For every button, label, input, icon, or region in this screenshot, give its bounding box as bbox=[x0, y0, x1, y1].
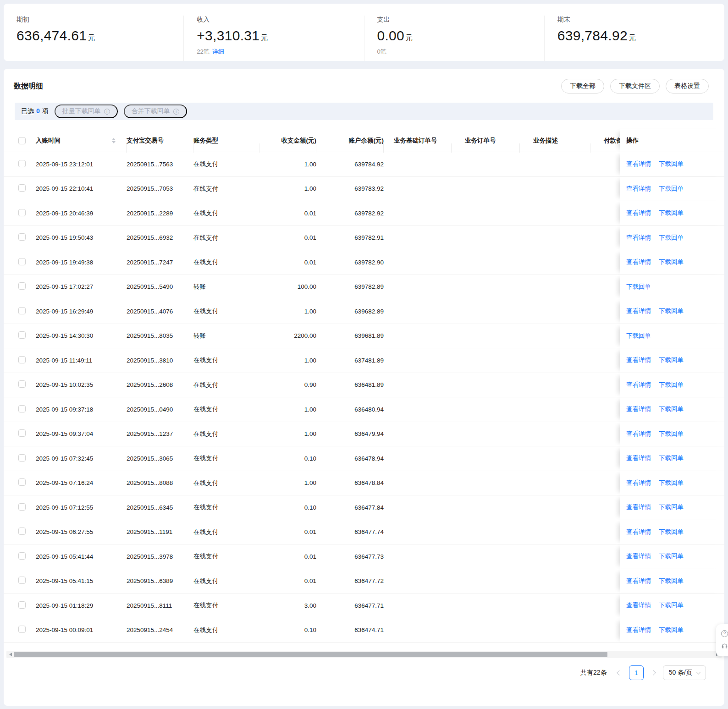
cell-account-type: 在线支付 bbox=[193, 454, 259, 462]
view-detail-link[interactable]: 查看详情 bbox=[626, 209, 651, 217]
row-checkbox[interactable] bbox=[18, 331, 26, 339]
summary-label: 期末 bbox=[557, 16, 724, 24]
batch-download-button[interactable]: 批量下载回单 i bbox=[55, 104, 118, 118]
cell-balance: 636477.71 bbox=[316, 602, 384, 609]
row-checkbox[interactable] bbox=[18, 528, 26, 535]
row-checkbox[interactable] bbox=[18, 282, 26, 290]
cell-balance: 639783.92 bbox=[316, 185, 384, 192]
download-receipt-link[interactable]: 下载回单 bbox=[659, 601, 684, 610]
row-checkbox[interactable] bbox=[18, 209, 26, 216]
view-detail-link[interactable]: 查看详情 bbox=[626, 307, 651, 315]
cell-transaction-id: 20250915...7247 bbox=[127, 259, 193, 266]
row-checkbox[interactable] bbox=[18, 478, 26, 486]
view-detail-link[interactable]: 查看详情 bbox=[626, 381, 651, 389]
view-detail-link[interactable]: 查看详情 bbox=[626, 258, 651, 266]
income-detail-link[interactable]: 详细 bbox=[212, 48, 224, 55]
cell-transaction-id: 20250915...7563 bbox=[127, 161, 193, 168]
download-receipt-link[interactable]: 下载回单 bbox=[659, 209, 684, 217]
help-icon[interactable]: ? bbox=[721, 630, 728, 637]
download-receipt-link[interactable]: 下载回单 bbox=[659, 160, 684, 168]
transactions-table: 入账时间 支付宝交易号 账务类型 收支金额(元) 账户余额(元) 业务基础订单号… bbox=[4, 129, 724, 643]
download-receipt-link[interactable]: 下载回单 bbox=[659, 258, 684, 266]
row-checkbox[interactable] bbox=[18, 233, 26, 241]
download-receipt-link[interactable]: 下载回单 bbox=[659, 454, 684, 462]
view-detail-link[interactable]: 查看详情 bbox=[626, 234, 651, 242]
cell-account-type: 在线支付 bbox=[193, 601, 259, 610]
download-receipt-link[interactable]: 下载回单 bbox=[659, 381, 684, 389]
download-receipt-link[interactable]: 下载回单 bbox=[659, 307, 684, 315]
cell-actions: 查看详情下载回单 bbox=[620, 348, 724, 373]
cell-entry-time: 2025-09-15 11:49:11 bbox=[36, 357, 127, 364]
download-receipt-link[interactable]: 下载回单 bbox=[626, 283, 651, 291]
cell-transaction-id: 20250915...2454 bbox=[127, 627, 193, 633]
download-receipt-link[interactable]: 下载回单 bbox=[659, 528, 684, 536]
view-detail-link[interactable]: 查看详情 bbox=[626, 356, 651, 364]
cell-balance: 636478.84 bbox=[316, 479, 384, 486]
next-page-icon[interactable] bbox=[651, 670, 656, 675]
summary-opening-balance: 期初 636,474.61元 bbox=[4, 16, 183, 61]
download-receipt-link[interactable]: 下载回单 bbox=[659, 185, 684, 193]
cell-amount: 1.00 bbox=[259, 161, 316, 168]
row-checkbox[interactable] bbox=[18, 577, 26, 584]
cell-entry-time: 2025-09-15 20:46:39 bbox=[36, 210, 127, 217]
download-receipt-link[interactable]: 下载回单 bbox=[626, 332, 651, 340]
download-receipt-link[interactable]: 下载回单 bbox=[659, 356, 684, 364]
horizontal-scrollbar[interactable] bbox=[6, 651, 722, 658]
download-receipt-link[interactable]: 下载回单 bbox=[659, 234, 684, 242]
scrollbar-thumb[interactable] bbox=[14, 652, 607, 657]
download-receipt-link[interactable]: 下载回单 bbox=[659, 405, 684, 413]
prev-page-icon[interactable] bbox=[617, 670, 622, 675]
row-checkbox[interactable] bbox=[18, 405, 26, 412]
row-checkbox[interactable] bbox=[18, 380, 26, 388]
download-receipt-link[interactable]: 下载回单 bbox=[659, 479, 684, 487]
download-all-button[interactable]: 下载全部 bbox=[561, 79, 604, 93]
page-number-button[interactable]: 1 bbox=[629, 665, 644, 680]
view-detail-link[interactable]: 查看详情 bbox=[626, 503, 651, 511]
row-checkbox[interactable] bbox=[18, 626, 26, 633]
view-detail-link[interactable]: 查看详情 bbox=[626, 626, 651, 634]
sort-icon[interactable] bbox=[112, 138, 116, 143]
cell-entry-time: 2025-09-15 14:30:30 bbox=[36, 332, 127, 339]
row-checkbox[interactable] bbox=[18, 160, 26, 167]
download-receipt-link[interactable]: 下载回单 bbox=[659, 430, 684, 438]
row-checkbox[interactable] bbox=[18, 307, 26, 314]
cell-actions: 查看详情下载回单 bbox=[620, 446, 724, 471]
row-checkbox[interactable] bbox=[18, 184, 26, 192]
view-detail-link[interactable]: 查看详情 bbox=[626, 479, 651, 487]
row-checkbox[interactable] bbox=[18, 258, 26, 265]
download-zone-button[interactable]: 下载文件区 bbox=[610, 79, 660, 93]
row-checkbox[interactable] bbox=[18, 356, 26, 363]
row-checkbox[interactable] bbox=[18, 601, 26, 609]
table-row: 2025-09-15 16:29:49 20250915...4076 在线支付… bbox=[4, 299, 724, 324]
view-detail-link[interactable]: 查看详情 bbox=[626, 577, 651, 585]
row-checkbox[interactable] bbox=[18, 552, 26, 560]
view-detail-link[interactable]: 查看详情 bbox=[626, 430, 651, 438]
page-size-select[interactable]: 50 条/页 bbox=[663, 665, 706, 680]
download-receipt-link[interactable]: 下载回单 bbox=[659, 503, 684, 511]
scroll-left-arrow-icon[interactable] bbox=[9, 653, 12, 656]
cell-entry-time: 2025-09-15 06:27:55 bbox=[36, 528, 127, 535]
row-checkbox[interactable] bbox=[18, 454, 26, 462]
view-detail-link[interactable]: 查看详情 bbox=[626, 185, 651, 193]
view-detail-link[interactable]: 查看详情 bbox=[626, 454, 651, 462]
cell-actions: 下载回单 bbox=[620, 275, 724, 299]
table-row: 2025-09-15 11:49:11 20250915...3810 在线支付… bbox=[4, 348, 724, 373]
select-all-checkbox[interactable] bbox=[18, 137, 26, 144]
view-detail-link[interactable]: 查看详情 bbox=[626, 160, 651, 168]
row-checkbox[interactable] bbox=[18, 503, 26, 511]
view-detail-link[interactable]: 查看详情 bbox=[626, 405, 651, 413]
table-settings-button[interactable]: 表格设置 bbox=[666, 79, 709, 93]
cell-entry-time: 2025-09-15 19:50:43 bbox=[36, 234, 127, 241]
merge-download-button[interactable]: 合并下载回单 i bbox=[124, 104, 187, 118]
table-row: 2025-09-15 01:18:29 20250915...8111 在线支付… bbox=[4, 594, 724, 618]
download-receipt-link[interactable]: 下载回单 bbox=[659, 552, 684, 561]
view-detail-link[interactable]: 查看详情 bbox=[626, 601, 651, 610]
cell-balance: 636477.72 bbox=[316, 577, 384, 584]
view-detail-link[interactable]: 查看详情 bbox=[626, 528, 651, 536]
download-receipt-link[interactable]: 下载回单 bbox=[659, 577, 684, 585]
cell-balance: 639782.90 bbox=[316, 259, 384, 266]
customer-service-icon[interactable] bbox=[721, 643, 728, 651]
row-checkbox[interactable] bbox=[18, 429, 26, 437]
view-detail-link[interactable]: 查看详情 bbox=[626, 552, 651, 561]
download-receipt-link[interactable]: 下载回单 bbox=[659, 626, 684, 634]
